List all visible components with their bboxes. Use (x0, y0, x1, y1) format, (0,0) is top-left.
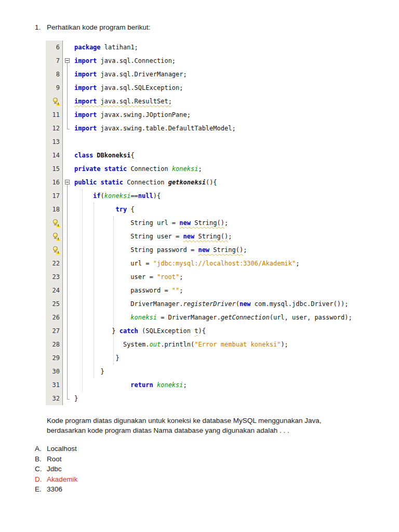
answer-option-c: C.Jdbc (35, 464, 77, 474)
option-letter: D. (35, 474, 47, 485)
code-text: } (74, 351, 119, 365)
fold-margin (63, 243, 74, 257)
warning-bulb-icon: ! (46, 243, 63, 257)
code-text: import java.sql.SQLException; (74, 81, 183, 95)
code-text: user = "root"; (74, 270, 183, 284)
code-text: koneksi = DriverManager.getConnection(ur… (74, 311, 352, 324)
code-line: 24password = ""; (46, 284, 389, 297)
fold-margin (63, 324, 74, 338)
option-letter: B. (35, 454, 47, 464)
option-letter: A. (35, 444, 47, 454)
line-number: 31 (46, 378, 63, 392)
code-text: import javax.swing.table.DefaultTableMod… (74, 122, 236, 135)
document-page: 1.Perhatikan kode program berikut: 6pack… (0, 0, 399, 532)
line-number: 7 (46, 54, 63, 68)
line-number: 11 (46, 108, 63, 122)
fold-margin (63, 41, 74, 54)
fold-margin (63, 95, 74, 108)
fold-margin (63, 297, 74, 311)
fold-margin (63, 149, 74, 162)
code-line: 8import java.sql.DriverManager; (46, 68, 389, 81)
code-fold-toggle-icon (63, 54, 74, 68)
answer-options: A.LocalhostB.RootC.JdbcD.AkademikE.3306 (35, 444, 77, 495)
code-text: import java.sql.ResultSet; (74, 95, 172, 108)
code-line: 31return koneksi; (46, 378, 389, 392)
code-line: 7import java.sql.Connection; (46, 54, 389, 68)
code-text: } catch (SQLException t){ (74, 324, 206, 338)
code-line: !String user = new String(); (46, 230, 389, 243)
fold-margin (63, 338, 74, 351)
code-line: !String password = new String(); (46, 243, 389, 257)
answer-option-e: E.3306 (35, 484, 77, 495)
line-number: 28 (46, 338, 63, 351)
code-line: 25DriverManager.registerDriver(new com.m… (46, 297, 389, 311)
answer-option-a: A.Localhost (35, 444, 77, 454)
code-line: 29} (46, 351, 389, 365)
option-text: Jdbc (47, 464, 62, 474)
fold-margin (63, 189, 74, 203)
question-description: Kode program diatas digunakan untuk kone… (47, 416, 359, 435)
line-number: 16 (46, 176, 63, 189)
code-text: class DBkoneksi{ (74, 149, 135, 162)
line-number: 24 (46, 284, 63, 297)
code-line: 30} (46, 365, 389, 378)
line-number: 17 (46, 189, 63, 203)
line-number: 22 (46, 257, 63, 270)
code-text: import java.sql.DriverManager; (74, 68, 187, 81)
code-text: package latihan1; (74, 41, 138, 54)
code-line: 15private static Connection koneksi; (46, 162, 389, 176)
code-line: 16public static Connection getkoneksi(){ (46, 176, 389, 189)
line-number: 8 (46, 68, 63, 81)
fold-margin (63, 351, 74, 365)
fold-margin (63, 392, 74, 405)
question-prompt: Perhatikan kode program berikut: (47, 23, 151, 31)
warning-bulb-icon: ! (46, 216, 63, 230)
option-text: Root (47, 454, 62, 464)
line-number: 6 (46, 41, 63, 54)
fold-margin (63, 135, 74, 149)
code-text: System.out.println("Error membuat koneks… (74, 338, 288, 351)
fold-margin (63, 284, 74, 297)
code-text: private static Connection koneksi; (74, 162, 202, 176)
fold-margin (63, 203, 74, 216)
option-letter: E. (35, 484, 47, 495)
line-number: 26 (46, 311, 63, 324)
fold-margin (63, 108, 74, 122)
code-text: DriverManager.registerDriver(new com.mys… (74, 297, 348, 311)
warning-bulb-icon: ! (46, 95, 63, 108)
line-number: 13 (46, 135, 63, 149)
fold-margin (63, 68, 74, 81)
question-number: 1. (35, 23, 47, 32)
code-line: 12import javax.swing.table.DefaultTableM… (46, 122, 389, 135)
code-line: 6package latihan1; (46, 41, 389, 54)
code-text: public static Connection getkoneksi(){ (74, 176, 217, 189)
code-line: 17if(koneksi==null){ (46, 189, 389, 203)
option-text: Localhost (47, 444, 77, 454)
code-text: try { (74, 203, 135, 216)
fold-margin (63, 311, 74, 324)
line-number: 32 (46, 392, 63, 405)
line-number: 27 (46, 324, 63, 338)
code-text: String user = new String(); (74, 230, 232, 243)
code-line: 13 (46, 135, 389, 149)
fold-margin (63, 230, 74, 243)
fold-margin (63, 257, 74, 270)
line-number: 14 (46, 149, 63, 162)
answer-option-d: D.Akademik (35, 474, 77, 485)
code-text: password = ""; (74, 284, 183, 297)
line-number: 29 (46, 351, 63, 365)
code-text: } (74, 365, 104, 378)
code-line: 32} (46, 392, 389, 405)
code-line: 14class DBkoneksi{ (46, 149, 389, 162)
question-header: 1.Perhatikan kode program berikut: (35, 23, 151, 32)
fold-margin (63, 162, 74, 176)
code-line: !import java.sql.ResultSet; (46, 95, 389, 108)
line-number: 25 (46, 297, 63, 311)
fold-margin (63, 270, 74, 284)
option-letter: C. (35, 464, 47, 474)
code-line: 9import java.sql.SQLException; (46, 81, 389, 95)
line-number: 23 (46, 270, 63, 284)
code-line: 27} catch (SQLException t){ (46, 324, 389, 338)
code-line: !String url = new String(); (46, 216, 389, 230)
line-number: 18 (46, 203, 63, 216)
